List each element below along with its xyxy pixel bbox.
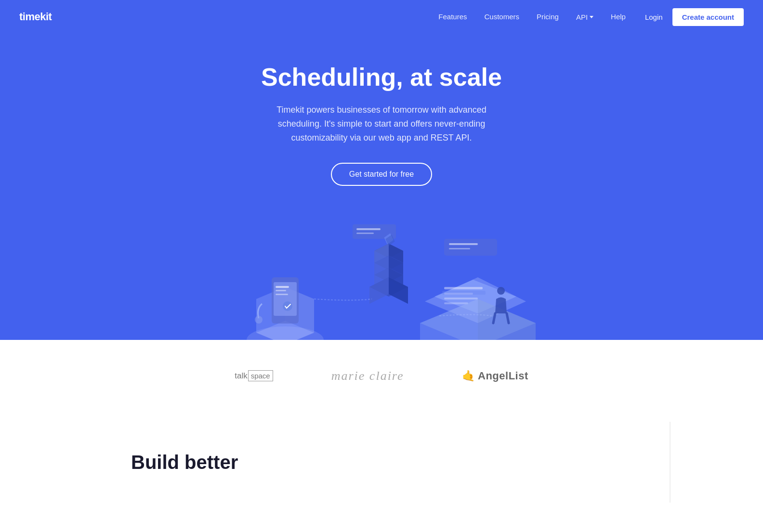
svg-rect-10 [356,233,374,234]
nav-auth: Login Create account [645,8,744,26]
svg-rect-4 [276,290,286,291]
navbar: timekit Features Customers Pricing API H… [0,0,763,34]
brand-logo[interactable]: timekit [19,11,52,23]
nav-links: Features Customers Pricing API Help [438,13,626,21]
svg-rect-14 [444,287,483,289]
marie-claire-logo: marie claire [331,369,404,383]
build-section: Build better [0,402,763,503]
build-better-title: Build better [131,451,631,474]
svg-rect-16 [444,298,478,299]
login-link[interactable]: Login [645,13,663,21]
svg-rect-3 [276,286,289,288]
angellist-logo: 🤙 AngelList [462,370,528,382]
hero-illustration-svg [218,210,545,340]
svg-point-7 [255,316,263,324]
nav-item-features[interactable]: Features [438,13,467,21]
logos-section: talkspace marie claire 🤙 AngelList [0,340,763,402]
build-card-left: Build better [92,422,670,503]
create-account-button[interactable]: Create account [672,8,744,26]
svg-point-6 [283,301,292,311]
svg-rect-12 [449,243,478,245]
svg-rect-17 [444,302,468,304]
hero-title: Scheduling, at scale [261,63,502,91]
svg-rect-9 [356,228,381,230]
get-started-button[interactable]: Get started for free [331,163,432,186]
hero-subtitle: Timekit powers businesses of tomorrow wi… [256,103,507,144]
nav-item-pricing[interactable]: Pricing [537,13,559,21]
svg-rect-18 [442,291,486,295]
nav-link-api[interactable]: API [576,13,588,21]
nav-link-customers[interactable]: Customers [484,13,519,21]
nav-item-help[interactable]: Help [611,13,626,21]
svg-rect-5 [276,294,288,295]
hero-illustration [0,210,763,340]
nav-item-api[interactable]: API [576,13,593,21]
svg-point-19 [497,287,505,295]
svg-rect-13 [449,248,470,249]
hero-section: Scheduling, at scale Timekit powers busi… [0,0,763,340]
svg-rect-11 [444,239,497,256]
talkspace-logo: talkspace [235,371,274,381]
card-divider [670,422,671,503]
nav-link-help[interactable]: Help [611,13,626,21]
nav-item-customers[interactable]: Customers [484,13,519,21]
build-cards: Build better [92,422,671,503]
nav-link-pricing[interactable]: Pricing [537,13,559,21]
nav-link-features[interactable]: Features [438,13,467,21]
api-chevron-down-icon [590,16,593,18]
